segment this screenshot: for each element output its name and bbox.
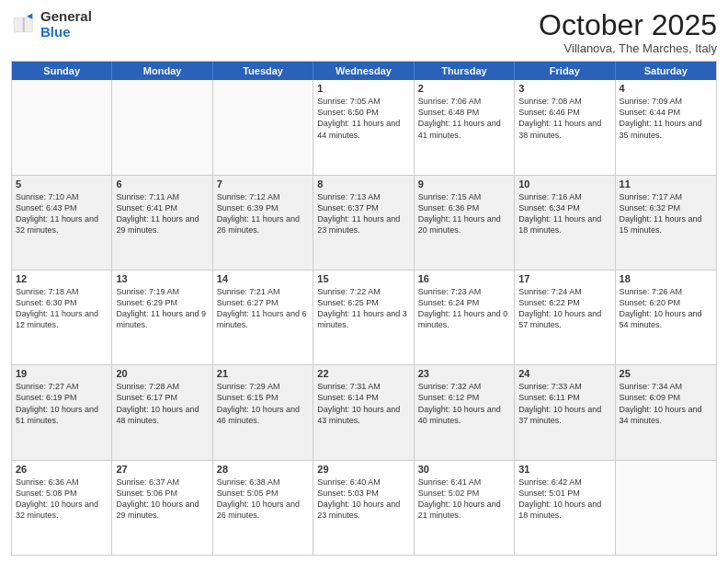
cell-info: Sunrise: 7:16 AMSunset: 6:34 PMDaylight:… xyxy=(518,191,610,236)
cell-info: Sunrise: 7:15 AMSunset: 6:36 PMDaylight:… xyxy=(418,191,510,236)
cal-cell-15: 15Sunrise: 7:22 AMSunset: 6:25 PMDayligh… xyxy=(313,270,414,364)
day-number: 27 xyxy=(116,464,208,475)
cell-info: Sunrise: 6:40 AMSunset: 5:03 PMDaylight:… xyxy=(317,477,409,522)
day-number: 22 xyxy=(317,368,409,379)
cal-cell-14: 14Sunrise: 7:21 AMSunset: 6:27 PMDayligh… xyxy=(213,270,313,364)
day-number: 8 xyxy=(317,178,409,190)
cal-cell-23: 23Sunrise: 7:32 AMSunset: 6:12 PMDayligh… xyxy=(415,365,515,459)
day-number: 19 xyxy=(16,368,108,379)
cal-cell-7: 7Sunrise: 7:12 AMSunset: 6:39 PMDaylight… xyxy=(213,176,313,270)
title-block: October 2025 Villanova, The Marches, Ita… xyxy=(539,9,717,55)
day-number: 6 xyxy=(116,178,208,190)
day-number: 16 xyxy=(418,273,510,284)
cell-info: Sunrise: 7:10 AMSunset: 6:43 PMDaylight:… xyxy=(16,191,108,236)
cal-cell-13: 13Sunrise: 7:19 AMSunset: 6:29 PMDayligh… xyxy=(112,270,212,364)
day-number: 24 xyxy=(518,368,610,379)
cell-info: Sunrise: 7:06 AMSunset: 6:48 PMDaylight:… xyxy=(418,96,510,141)
cal-cell-9: 9Sunrise: 7:15 AMSunset: 6:36 PMDaylight… xyxy=(415,176,515,270)
location-subtitle: Villanova, The Marches, Italy xyxy=(539,41,717,55)
cal-cell-empty-2 xyxy=(213,80,313,174)
cell-info: Sunrise: 7:32 AMSunset: 6:12 PMDaylight:… xyxy=(418,381,510,426)
cal-cell-30: 30Sunrise: 6:41 AMSunset: 5:02 PMDayligh… xyxy=(415,461,515,555)
header-day-saturday: Saturday xyxy=(616,62,716,80)
cell-info: Sunrise: 7:17 AMSunset: 6:32 PMDaylight:… xyxy=(620,191,712,236)
cell-info: Sunrise: 7:23 AMSunset: 6:24 PMDaylight:… xyxy=(418,286,510,331)
cell-info: Sunrise: 7:19 AMSunset: 6:29 PMDaylight:… xyxy=(116,286,208,331)
day-number: 5 xyxy=(16,178,108,190)
cal-cell-empty-0 xyxy=(12,80,112,174)
header-day-thursday: Thursday xyxy=(415,62,515,80)
cell-info: Sunrise: 6:42 AMSunset: 5:01 PMDaylight:… xyxy=(518,477,610,522)
day-number: 21 xyxy=(217,368,309,379)
cell-info: Sunrise: 7:26 AMSunset: 6:20 PMDaylight:… xyxy=(620,286,712,331)
day-number: 3 xyxy=(518,83,610,94)
cell-info: Sunrise: 7:27 AMSunset: 6:19 PMDaylight:… xyxy=(16,381,108,426)
day-number: 12 xyxy=(16,273,108,284)
day-number: 14 xyxy=(217,273,309,284)
day-number: 26 xyxy=(16,464,108,475)
cal-cell-31: 31Sunrise: 6:42 AMSunset: 5:01 PMDayligh… xyxy=(515,461,615,555)
day-number: 29 xyxy=(317,464,409,475)
day-number: 10 xyxy=(518,178,610,190)
day-number: 30 xyxy=(418,464,510,475)
day-number: 15 xyxy=(317,273,409,284)
cell-info: Sunrise: 7:11 AMSunset: 6:41 PMDaylight:… xyxy=(116,191,208,236)
cell-info: Sunrise: 7:28 AMSunset: 6:17 PMDaylight:… xyxy=(116,381,208,426)
svg-rect-1 xyxy=(14,17,23,32)
cell-info: Sunrise: 7:29 AMSunset: 6:15 PMDaylight:… xyxy=(217,381,309,426)
cell-info: Sunrise: 7:08 AMSunset: 6:46 PMDaylight:… xyxy=(518,96,610,141)
cell-info: Sunrise: 7:18 AMSunset: 6:30 PMDaylight:… xyxy=(16,286,108,331)
cal-cell-16: 16Sunrise: 7:23 AMSunset: 6:24 PMDayligh… xyxy=(415,270,515,364)
logo-icon xyxy=(11,12,37,38)
header-day-wednesday: Wednesday xyxy=(313,62,414,80)
cell-info: Sunrise: 7:09 AMSunset: 6:44 PMDaylight:… xyxy=(620,96,712,141)
day-number: 11 xyxy=(620,178,712,190)
day-number: 13 xyxy=(116,273,208,284)
day-number: 2 xyxy=(418,83,510,94)
header-day-monday: Monday xyxy=(112,62,212,80)
logo: General Blue xyxy=(11,9,92,40)
cell-info: Sunrise: 7:13 AMSunset: 6:37 PMDaylight:… xyxy=(317,191,409,236)
cal-cell-12: 12Sunrise: 7:18 AMSunset: 6:30 PMDayligh… xyxy=(12,270,112,364)
cal-cell-18: 18Sunrise: 7:26 AMSunset: 6:20 PMDayligh… xyxy=(616,270,716,364)
cal-cell-25: 25Sunrise: 7:34 AMSunset: 6:09 PMDayligh… xyxy=(616,365,716,459)
cal-cell-24: 24Sunrise: 7:33 AMSunset: 6:11 PMDayligh… xyxy=(515,365,615,459)
week-row-3: 12Sunrise: 7:18 AMSunset: 6:30 PMDayligh… xyxy=(12,270,716,365)
header-day-friday: Friday xyxy=(515,62,615,80)
day-number: 7 xyxy=(217,178,309,190)
day-number: 23 xyxy=(418,368,510,379)
day-number: 28 xyxy=(217,464,309,475)
cell-info: Sunrise: 7:31 AMSunset: 6:14 PMDaylight:… xyxy=(317,381,409,426)
cal-cell-8: 8Sunrise: 7:13 AMSunset: 6:37 PMDaylight… xyxy=(313,176,414,270)
week-row-4: 19Sunrise: 7:27 AMSunset: 6:19 PMDayligh… xyxy=(12,365,716,460)
cell-info: Sunrise: 7:33 AMSunset: 6:11 PMDaylight:… xyxy=(518,381,610,426)
cell-info: Sunrise: 7:12 AMSunset: 6:39 PMDaylight:… xyxy=(217,191,309,236)
day-number: 17 xyxy=(518,273,610,284)
cal-cell-1: 1Sunrise: 7:05 AMSunset: 6:50 PMDaylight… xyxy=(313,80,414,174)
calendar-body: 1Sunrise: 7:05 AMSunset: 6:50 PMDaylight… xyxy=(12,80,716,555)
day-number: 9 xyxy=(418,178,510,190)
cal-cell-empty-6 xyxy=(616,461,716,555)
cell-info: Sunrise: 7:34 AMSunset: 6:09 PMDaylight:… xyxy=(620,381,712,426)
cell-info: Sunrise: 7:05 AMSunset: 6:50 PMDaylight:… xyxy=(317,96,409,141)
cal-cell-28: 28Sunrise: 6:38 AMSunset: 5:05 PMDayligh… xyxy=(213,461,313,555)
cal-cell-29: 29Sunrise: 6:40 AMSunset: 5:03 PMDayligh… xyxy=(313,461,414,555)
day-number: 4 xyxy=(620,83,712,94)
cal-cell-17: 17Sunrise: 7:24 AMSunset: 6:22 PMDayligh… xyxy=(515,270,615,364)
week-row-2: 5Sunrise: 7:10 AMSunset: 6:43 PMDaylight… xyxy=(12,176,716,270)
header-day-sunday: Sunday xyxy=(12,62,112,80)
cal-cell-22: 22Sunrise: 7:31 AMSunset: 6:14 PMDayligh… xyxy=(313,365,414,459)
header-day-tuesday: Tuesday xyxy=(213,62,313,80)
cell-info: Sunrise: 6:41 AMSunset: 5:02 PMDaylight:… xyxy=(418,477,510,522)
day-number: 20 xyxy=(116,368,208,379)
cal-cell-2: 2Sunrise: 7:06 AMSunset: 6:48 PMDaylight… xyxy=(415,80,515,174)
month-title: October 2025 xyxy=(539,9,717,41)
cell-info: Sunrise: 6:36 AMSunset: 5:08 PMDaylight:… xyxy=(16,477,108,522)
cal-cell-empty-1 xyxy=(112,80,212,174)
calendar-header-row: SundayMondayTuesdayWednesdayThursdayFrid… xyxy=(12,62,716,80)
cal-cell-3: 3Sunrise: 7:08 AMSunset: 6:46 PMDaylight… xyxy=(515,80,615,174)
logo-general-text: General xyxy=(40,8,92,24)
cell-info: Sunrise: 7:21 AMSunset: 6:27 PMDaylight:… xyxy=(217,286,309,331)
cal-cell-5: 5Sunrise: 7:10 AMSunset: 6:43 PMDaylight… xyxy=(12,176,112,270)
cal-cell-21: 21Sunrise: 7:29 AMSunset: 6:15 PMDayligh… xyxy=(213,365,313,459)
